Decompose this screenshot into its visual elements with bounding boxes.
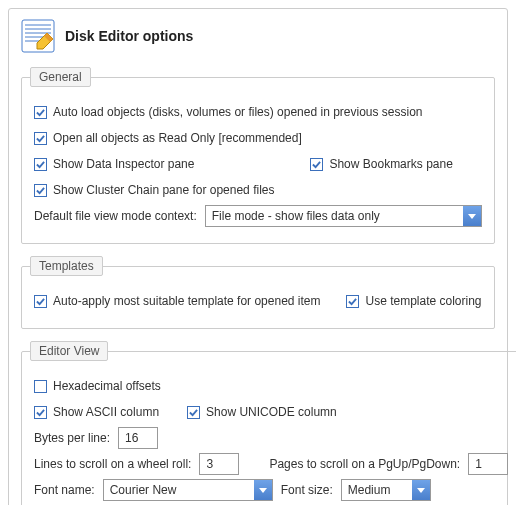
checkmark-icon bbox=[187, 406, 200, 419]
auto-load-label: Auto load objects (disks, volumes or fil… bbox=[53, 105, 423, 119]
checkmark-icon bbox=[34, 295, 47, 308]
font-name-select[interactable]: Courier New bbox=[103, 479, 273, 501]
editor-view-group: Editor View Hexadecimal offsets Show ASC… bbox=[21, 341, 516, 505]
templates-group: Templates Auto-apply most suitable templ… bbox=[21, 256, 495, 329]
font-size-select[interactable]: Medium bbox=[341, 479, 431, 501]
auto-apply-label: Auto-apply most suitable template for op… bbox=[53, 294, 320, 308]
data-inspector-checkbox[interactable]: Show Data Inspector pane bbox=[34, 157, 194, 171]
cluster-chain-label: Show Cluster Chain pane for opened files bbox=[53, 183, 274, 197]
editor-view-legend: Editor View bbox=[30, 341, 108, 361]
auto-apply-template-checkbox[interactable]: Auto-apply most suitable template for op… bbox=[34, 294, 320, 308]
view-mode-select[interactable]: File mode - show files data only bbox=[205, 205, 482, 227]
chevron-down-icon bbox=[463, 206, 481, 226]
use-coloring-label: Use template coloring bbox=[365, 294, 481, 308]
unicode-column-checkbox[interactable]: Show UNICODE column bbox=[187, 405, 337, 419]
checkmark-icon bbox=[346, 295, 359, 308]
checkmark-icon bbox=[34, 158, 47, 171]
checkmark-icon bbox=[34, 184, 47, 197]
view-mode-label: Default file view mode context: bbox=[34, 209, 197, 223]
hex-offsets-label: Hexadecimal offsets bbox=[53, 379, 161, 393]
view-mode-value: File mode - show files data only bbox=[212, 209, 380, 223]
checkmark-icon bbox=[34, 106, 47, 119]
data-inspector-label: Show Data Inspector pane bbox=[53, 157, 194, 171]
disk-editor-options-panel: Disk Editor options General Auto load ob… bbox=[8, 8, 508, 505]
general-legend: General bbox=[30, 67, 91, 87]
wheel-lines-label: Lines to scroll on a wheel roll: bbox=[34, 457, 191, 471]
font-name-label: Font name: bbox=[34, 483, 95, 497]
general-group: General Auto load objects (disks, volume… bbox=[21, 67, 495, 244]
ascii-label: Show ASCII column bbox=[53, 405, 159, 419]
bookmarks-label: Show Bookmarks pane bbox=[329, 157, 452, 171]
bytes-per-line-input[interactable] bbox=[118, 427, 158, 449]
checkbox-empty-icon bbox=[34, 380, 47, 393]
checkmark-icon bbox=[310, 158, 323, 171]
chevron-down-icon bbox=[412, 480, 430, 500]
chevron-down-icon bbox=[254, 480, 272, 500]
read-only-label: Open all objects as Read Only [recommend… bbox=[53, 131, 302, 145]
auto-load-checkbox[interactable]: Auto load objects (disks, volumes or fil… bbox=[34, 105, 423, 119]
templates-legend: Templates bbox=[30, 256, 103, 276]
read-only-checkbox[interactable]: Open all objects as Read Only [recommend… bbox=[34, 131, 302, 145]
font-name-value: Courier New bbox=[110, 483, 177, 497]
bytes-per-line-label: Bytes per line: bbox=[34, 431, 110, 445]
wheel-lines-input[interactable] bbox=[199, 453, 239, 475]
pages-scroll-label: Pages to scroll on a PgUp/PgDown: bbox=[269, 457, 460, 471]
checkmark-icon bbox=[34, 406, 47, 419]
hex-offsets-checkbox[interactable]: Hexadecimal offsets bbox=[34, 379, 161, 393]
use-coloring-checkbox[interactable]: Use template coloring bbox=[346, 294, 481, 308]
ascii-column-checkbox[interactable]: Show ASCII column bbox=[34, 405, 159, 419]
font-size-value: Medium bbox=[348, 483, 391, 497]
checkmark-icon bbox=[34, 132, 47, 145]
font-size-label: Font size: bbox=[281, 483, 333, 497]
page-title: Disk Editor options bbox=[65, 28, 193, 44]
disk-editor-icon bbox=[21, 19, 55, 53]
unicode-label: Show UNICODE column bbox=[206, 405, 337, 419]
bookmarks-checkbox[interactable]: Show Bookmarks pane bbox=[310, 157, 452, 171]
pages-scroll-input[interactable] bbox=[468, 453, 508, 475]
panel-header: Disk Editor options bbox=[21, 19, 495, 53]
cluster-chain-checkbox[interactable]: Show Cluster Chain pane for opened files bbox=[34, 183, 274, 197]
